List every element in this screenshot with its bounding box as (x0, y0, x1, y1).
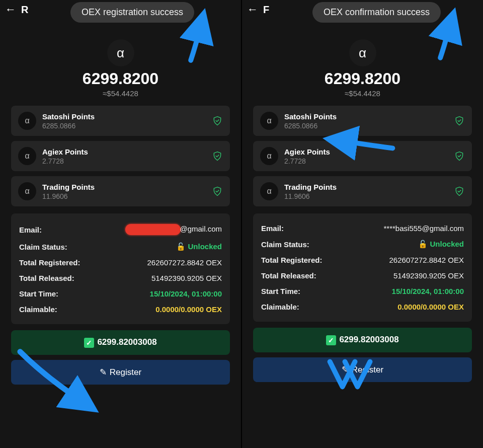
coin-logo-icon: α (107, 39, 134, 66)
label-email: Email: (19, 226, 42, 234)
card-title: Agiex Points (284, 147, 448, 156)
balance-section: α 6299.8200 ≈$54.4428 (0, 39, 241, 98)
points-card-satoshi[interactable]: α Satoshi Points 6285.0866 (11, 106, 230, 136)
value-totalrel: 51492390.9205 OEX (393, 271, 464, 280)
card-value: 2.7728 (284, 157, 448, 165)
value-start: 15/10/2024, 01:00:00 (392, 287, 464, 295)
coin-mini-icon: α (18, 182, 36, 200)
label-totalrel: Total Released: (19, 274, 74, 282)
confirmed-amount-box: ✓6299.82003008 (253, 328, 472, 352)
balance-amount: 6299.8200 (252, 69, 473, 88)
label-totalreg: Total Registered: (19, 258, 80, 267)
card-value: 6285.0866 (42, 122, 206, 130)
points-card-trading[interactable]: α Trading Points 11.9606 (11, 176, 230, 206)
coin-mini-icon: α (260, 182, 278, 200)
check-icon: ✓ (84, 338, 94, 348)
label-claimable: Claimable: (19, 305, 57, 314)
value-claimable: 0.0000/0.0000 OEX (155, 305, 222, 314)
toast-message: OEX confirmation success (312, 2, 441, 23)
balance-usd: ≈$54.4428 (252, 89, 473, 98)
lock-open-icon: 🔓 (418, 240, 428, 248)
label-claim: Claim Status: (261, 240, 309, 249)
balance-amount: 6299.8200 (10, 69, 231, 88)
shield-check-icon (454, 115, 465, 126)
row-total-released: Total Released: 51492390.9205 OEX (261, 268, 464, 283)
card-title: Trading Points (284, 183, 448, 191)
value-totalrel: 51492390.9205 OEX (151, 274, 222, 282)
coin-mini-icon: α (260, 147, 278, 165)
page-title-peek: R (21, 4, 28, 16)
row-total-released: Total Released: 51492390.9205 OEX (19, 270, 222, 286)
row-total-registered: Total Registered: 262607272.8842 OEX (19, 255, 222, 270)
points-card-trading[interactable]: α Trading Points 11.9606 (253, 176, 472, 206)
balance-section: α 6299.8200 ≈$54.4428 (242, 39, 483, 98)
phone-left: ← R OEX registration success α 6299.8200… (0, 0, 241, 448)
confirmed-amount-box: ✓6299.82003008 (11, 330, 230, 355)
check-icon: ✓ (326, 335, 336, 345)
value-claim: 🔓Unlocked (418, 240, 464, 249)
row-claimable: Claimable: 0.0000/0.0000 OEX (261, 299, 464, 315)
card-value: 6285.0866 (284, 122, 448, 130)
coin-mini-icon: α (18, 147, 36, 165)
topbar: ← F OEX confirmation success (242, 0, 483, 19)
value-totalreg: 262607272.8842 OEX (389, 256, 464, 264)
row-start-time: Start Time: 15/10/2024, 01:00:00 (19, 286, 222, 302)
shield-check-icon (212, 186, 223, 197)
back-arrow-icon[interactable]: ← (247, 3, 258, 16)
card-value: 2.7728 (42, 157, 206, 165)
label-email: Email: (261, 224, 284, 233)
value-claimable: 0.0000/0.0000 OEX (397, 303, 464, 311)
back-arrow-icon[interactable]: ← (5, 3, 16, 16)
coin-mini-icon: α (18, 112, 36, 130)
phone-right: ← F OEX confirmation success α 6299.8200… (241, 0, 483, 448)
points-list: α Satoshi Points 6285.0866 α Agiex Point… (0, 98, 241, 206)
card-value: 11.9606 (42, 192, 206, 200)
lock-open-icon: 🔓 (176, 242, 186, 251)
card-title: Agiex Points (42, 147, 206, 156)
points-list: α Satoshi Points 6285.0866 α Agiex Point… (242, 98, 483, 206)
row-claim-status: Claim Status: 🔓Unlocked (261, 236, 464, 252)
label-start: Start Time: (19, 289, 58, 298)
pen-icon: ✎ (342, 365, 349, 375)
shield-check-icon (212, 115, 223, 126)
card-title: Satoshi Points (42, 112, 206, 121)
row-claimable: Claimable: 0.0000/0.0000 OEX (19, 302, 222, 317)
value-email: ****basi555@gmail.com (384, 224, 464, 233)
label-start: Start Time: (261, 287, 300, 295)
card-title: Satoshi Points (284, 112, 448, 121)
label-totalrel: Total Released: (261, 271, 316, 280)
shield-check-icon (454, 186, 465, 197)
shield-check-icon (454, 151, 465, 162)
coin-mini-icon: α (260, 112, 278, 130)
card-value: 11.9606 (284, 192, 448, 200)
register-button[interactable]: ✎Register (253, 357, 472, 382)
points-card-agiex[interactable]: α Agiex Points 2.7728 (11, 141, 230, 171)
row-claim-status: Claim Status: 🔓Unlocked (19, 239, 222, 255)
row-email: Email: @gmail.com (19, 220, 222, 239)
value-totalreg: 262607272.8842 OEX (147, 258, 222, 267)
value-email: @gmail.com (125, 224, 222, 235)
label-claimable: Claimable: (261, 303, 299, 311)
confirmed-amount: 6299.82003008 (97, 337, 156, 347)
card-title: Trading Points (42, 183, 206, 191)
points-card-satoshi[interactable]: α Satoshi Points 6285.0866 (253, 106, 472, 136)
detail-box: Email: ****basi555@gmail.com Claim Statu… (253, 213, 472, 322)
register-button[interactable]: ✎Register (11, 360, 230, 385)
value-claim: 🔓Unlocked (176, 242, 222, 251)
balance-usd: ≈$54.4428 (10, 89, 231, 98)
label-totalreg: Total Registered: (261, 256, 322, 264)
value-start: 15/10/2024, 01:00:00 (150, 289, 222, 298)
confirmed-amount: 6299.82003008 (339, 335, 398, 344)
topbar: ← R OEX registration success (0, 0, 241, 19)
row-total-registered: Total Registered: 262607272.8842 OEX (261, 252, 464, 268)
redaction-mark (125, 224, 181, 235)
shield-check-icon (212, 151, 223, 162)
detail-box: Email: @gmail.com Claim Status: 🔓Unlocke… (11, 213, 230, 324)
row-start-time: Start Time: 15/10/2024, 01:00:00 (261, 283, 464, 299)
points-card-agiex[interactable]: α Agiex Points 2.7728 (253, 141, 472, 171)
pen-icon: ✎ (100, 367, 107, 377)
label-claim: Claim Status: (19, 243, 67, 251)
coin-logo-icon: α (349, 39, 376, 66)
toast-message: OEX registration success (70, 2, 194, 23)
row-email: Email: ****basi555@gmail.com (261, 220, 464, 236)
